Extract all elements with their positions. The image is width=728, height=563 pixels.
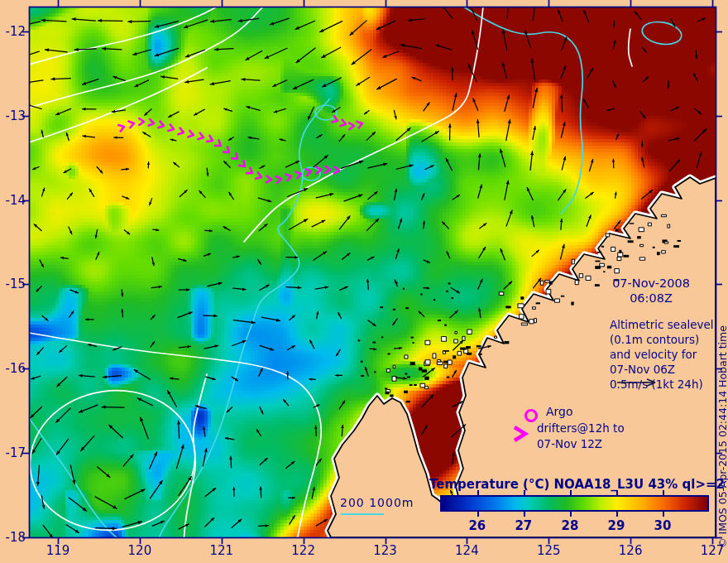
y-tick-label: -13 (0, 108, 26, 123)
datetime-time: 06:08Z (589, 291, 713, 306)
x-tick-label: 123 (367, 543, 404, 558)
colorbar (440, 495, 709, 512)
x-tick-label: 124 (448, 543, 485, 558)
y-tick-label: -16 (0, 361, 26, 376)
credit-text: © IMOS 05-Apr-2015 02:44:14 Hobart time (716, 325, 728, 548)
colorbar-tick (477, 490, 479, 495)
argo-label: Argo (546, 405, 573, 420)
colorbar-tick (524, 490, 525, 495)
x-tick-label: 121 (204, 543, 240, 558)
datetime-date: 07-Nov-2008 (589, 276, 713, 291)
drifter-marker-icon (511, 424, 529, 444)
colorbar-tick (477, 512, 479, 517)
y-tick-label: -18 (0, 530, 26, 545)
bathymetry-legend-label: 200 1000m (340, 496, 414, 511)
colorbar-tick (570, 512, 572, 517)
y-tick-label: -17 (0, 445, 26, 460)
bathymetry-legend-line (341, 513, 384, 515)
colorbar-tick (524, 512, 525, 517)
y-tick-label: -15 (0, 277, 26, 291)
colorbar-tick (616, 490, 618, 495)
altimetric-line: and velocity for (610, 347, 714, 362)
colorbar-tick (616, 512, 618, 517)
drifter-label: drifters@12h to 07-Nov 12Z (537, 421, 625, 452)
x-tick-label: 125 (530, 543, 567, 558)
x-tick-label: 126 (612, 543, 649, 558)
colorbar-tick (663, 490, 664, 495)
sst-map-figure: { "figure": { "bg": "#F8C898", "frame_co… (0, 0, 728, 563)
colorbar-tick (663, 512, 664, 517)
x-tick-label: 127 (694, 543, 728, 558)
y-tick-label: -12 (0, 24, 26, 39)
argo-marker-icon (524, 409, 538, 422)
colorbar-tick (570, 490, 572, 495)
colorbar-tick-label: 26 (461, 518, 494, 533)
x-tick-label: 119 (40, 543, 76, 558)
velocity-scale-arrow-icon (615, 377, 663, 388)
colorbar-title: Temperature (°C) NOAA18_L3U 43% ql>=2 (418, 477, 728, 493)
colorbar-tick-label: 27 (507, 518, 540, 533)
colorbar-tick-label: 30 (646, 518, 679, 533)
altimetric-line: Altimetric sealevel (610, 317, 714, 332)
y-tick-label: -14 (0, 193, 26, 208)
datetime-annotation: 07-Nov-2008 06:08Z (589, 276, 713, 306)
x-tick-label: 122 (285, 543, 322, 558)
colorbar-tick-label: 28 (553, 518, 587, 533)
colorbar-tick-label: 29 (600, 518, 633, 533)
x-tick-label: 120 (122, 543, 158, 558)
altimetric-line: 07-Nov 06Z (610, 362, 714, 377)
altimetric-line: (0.1m contours) (610, 332, 714, 347)
